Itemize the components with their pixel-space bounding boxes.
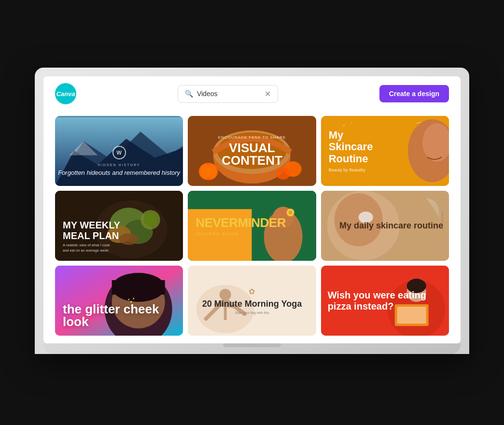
card-yoga[interactable]: ✿ 20 Minute Morning Yoga Start your day … (188, 266, 316, 336)
pie-small-text: Encourage fans to share (218, 135, 286, 140)
mountain-title: Forgotten hideouts and remembered histor… (58, 169, 180, 177)
skincare-routine-subtitle: Beauty by Beaudry (329, 168, 441, 172)
pie-card-content: Encourage fans to share VISUAL CONTENT (188, 116, 316, 186)
neverminder-content: NEVERMINDER JULIANA SILVA (188, 191, 316, 261)
meal-plan-content: MY WEEKLYMEAL PLAN A realistic view of w… (55, 191, 183, 261)
card-glitter[interactable]: the glitter cheek look (55, 266, 183, 336)
yoga-content: ✿ 20 Minute Morning Yoga Start your day … (188, 266, 316, 336)
canva-logo: Canva (55, 83, 76, 104)
create-design-button[interactable]: Create a design (379, 85, 449, 102)
yoga-subtitle: Start your day with this (235, 311, 269, 314)
daily-skincare-content: My daily skincare routine (339, 221, 443, 231)
card-mountain[interactable]: W Hidden History Forgotten hideouts and … (55, 116, 183, 186)
video-grid: W Hidden History Forgotten hideouts and … (43, 111, 461, 343)
meal-plan-subtitle: A realistic view of what I cookand eat o… (63, 243, 175, 253)
search-input[interactable] (197, 90, 261, 98)
card-neverminder[interactable]: NEVERMINDER JULIANA SILVA (188, 191, 316, 261)
card-meal-plan[interactable]: MY WEEKLYMEAL PLAN A realistic view of w… (55, 191, 183, 261)
skincare-routine-title: MySkincareRoutine (329, 129, 441, 165)
daily-skincare-title: My daily skincare routine (339, 221, 443, 231)
mountain-subtitle: Hidden History (98, 163, 140, 167)
laptop-screen: Canva 🔍 ✕ Create a design (43, 76, 461, 343)
neverminder-title: NEVERMINDER (196, 215, 286, 230)
clear-icon[interactable]: ✕ (265, 89, 271, 99)
meal-plan-title: MY WEEKLYMEAL PLAN (63, 220, 175, 241)
svg-point-38 (334, 193, 382, 246)
card-pie[interactable]: Encourage fans to share VISUAL CONTENT (188, 116, 316, 186)
search-bar[interactable]: 🔍 ✕ (178, 85, 278, 103)
pizza-content: Wish you were eating pizza instead? (321, 266, 449, 336)
glitter-content: the glitter cheek look (55, 266, 183, 336)
mountain-card-overlay: W Hidden History Forgotten hideouts and … (55, 116, 183, 186)
yoga-title: 20 Minute Morning Yoga (202, 299, 302, 310)
laptop-body: Canva 🔍 ✕ Create a design (35, 68, 469, 354)
yoga-icon: ✿ (249, 287, 255, 296)
pizza-title: Wish you were eating pizza instead? (328, 290, 442, 312)
pie-big-text: VISUAL CONTENT (222, 142, 282, 167)
glitter-title: the glitter cheek look (63, 303, 175, 328)
laptop-mockup: Canva 🔍 ✕ Create a design (35, 68, 469, 357)
search-icon: 🔍 (185, 90, 193, 98)
app-header: Canva 🔍 ✕ Create a design (43, 76, 461, 111)
laptop-base (43, 343, 461, 354)
card-pizza[interactable]: Wish you were eating pizza instead? (321, 266, 449, 336)
skincare-routine-content: MySkincareRoutine Beauty by Beaudry (321, 116, 449, 186)
card-daily-skincare[interactable]: skincare care My daily skincare routine (321, 191, 449, 261)
mountain-badge: W (112, 146, 126, 159)
neverminder-name: JULIANA SILVA (196, 231, 238, 236)
card-skincare-routine[interactable]: MySkincareRoutine Beauty by Beaudry (321, 116, 449, 186)
